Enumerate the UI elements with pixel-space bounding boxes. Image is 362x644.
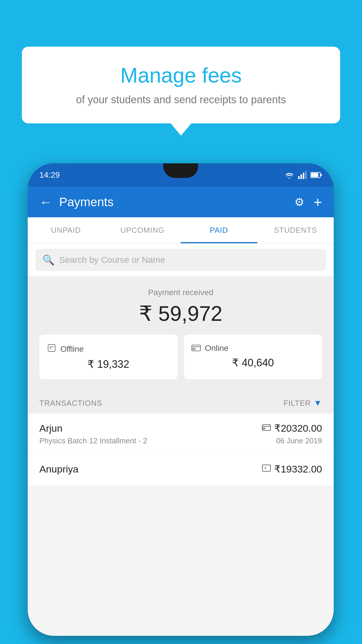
transaction-bottom: Physics Batch 12 Installment - 2 06 June… <box>39 436 322 445</box>
filter-label: FILTER <box>284 399 311 408</box>
back-button[interactable]: ← <box>39 195 52 209</box>
transaction-amount-wrap: ₹ ₹19332.00 <box>262 463 322 475</box>
payment-cards: ₹ Offline ₹ 19,332 <box>39 335 322 379</box>
payment-total-amount: ₹ 59,972 <box>39 301 322 326</box>
notch <box>163 163 198 178</box>
app-header: ← Payments ⚙ + <box>28 187 334 217</box>
offline-amount: ₹ 19,332 <box>47 358 170 370</box>
online-card-label-row: Online <box>191 343 314 353</box>
svg-rect-2 <box>303 173 304 179</box>
transaction-date: 06 June 2019 <box>276 436 322 445</box>
payment-received-label: Payment received <box>39 288 322 297</box>
transaction-top: Anupriya ₹ ₹19332.00 <box>39 463 322 475</box>
transaction-amount: ₹19332.00 <box>274 463 322 475</box>
offline-label: Offline <box>60 344 84 354</box>
speech-bubble: Manage fees of your students and send re… <box>22 47 340 123</box>
credit-card-icon <box>262 424 271 433</box>
online-payment-card: Online ₹ 40,640 <box>184 335 322 379</box>
offline-payment-card: ₹ Offline ₹ 19,332 <box>39 335 178 379</box>
svg-text:₹: ₹ <box>50 347 51 350</box>
search-placeholder: Search by Course or Name <box>59 255 165 265</box>
svg-rect-1 <box>301 174 302 179</box>
search-input-wrapper[interactable]: 🔍 Search by Course or Name <box>35 249 326 271</box>
transaction-amount: ₹20320.00 <box>274 422 322 434</box>
battery-icon <box>310 172 322 178</box>
transaction-row[interactable]: Anupriya ₹ ₹19332.00 <box>28 454 334 486</box>
transaction-description: Physics Batch 12 Installment - 2 <box>39 436 147 445</box>
svg-rect-6 <box>321 174 322 176</box>
online-icon <box>191 343 201 353</box>
payment-summary: Payment received ₹ 59,972 ₹ <box>28 276 334 391</box>
phone-screen: ← Payments ⚙ + UNPAID UPCOMING PAID STUD… <box>28 187 334 636</box>
add-icon[interactable]: + <box>314 194 322 211</box>
transaction-name: Arjun <box>39 423 62 434</box>
phone-frame: 14:29 ← Payments <box>28 163 334 636</box>
search-bar-container: 🔍 Search by Course or Name <box>28 244 334 276</box>
svg-rect-0 <box>298 176 300 179</box>
offline-pay-icon: ₹ <box>262 464 271 474</box>
transaction-row[interactable]: Arjun ₹20320.00 Physics Batch 12 Install… <box>28 414 334 454</box>
svg-rect-7 <box>48 344 55 351</box>
status-time: 14:29 <box>39 170 60 180</box>
tab-upcoming[interactable]: UPCOMING <box>104 217 181 243</box>
online-label: Online <box>205 344 229 353</box>
status-bar: 14:29 <box>28 163 334 187</box>
tabs-bar: UNPAID UPCOMING PAID STUDENTS <box>28 217 334 244</box>
filter-button[interactable]: FILTER ▼ <box>284 398 322 408</box>
transaction-top: Arjun ₹20320.00 <box>39 422 322 434</box>
transactions-label: TRANSACTIONS <box>39 399 102 408</box>
status-icons <box>284 171 322 179</box>
svg-rect-5 <box>311 173 318 177</box>
offline-icon: ₹ <box>47 343 56 355</box>
search-icon: 🔍 <box>42 254 55 266</box>
svg-rect-15 <box>263 428 265 429</box>
bubble-subtitle: of your students and send receipts to pa… <box>39 94 323 106</box>
tab-paid[interactable]: PAID <box>181 217 257 243</box>
svg-rect-12 <box>193 348 195 349</box>
transaction-name: Anupriya <box>39 463 78 475</box>
wifi-icon <box>284 171 295 179</box>
page-title: Payments <box>59 195 294 209</box>
svg-text:₹: ₹ <box>264 466 267 470</box>
transactions-header: TRANSACTIONS FILTER ▼ <box>28 391 334 414</box>
online-amount: ₹ 40,640 <box>191 357 314 369</box>
signal-icon <box>298 171 307 179</box>
settings-icon[interactable]: ⚙ <box>294 196 304 209</box>
offline-card-label-row: ₹ Offline <box>47 343 170 355</box>
header-icons: ⚙ + <box>294 194 322 211</box>
filter-icon: ▼ <box>314 398 322 408</box>
tab-unpaid[interactable]: UNPAID <box>28 217 104 243</box>
transaction-amount-wrap: ₹20320.00 <box>262 422 322 434</box>
tab-students[interactable]: STUDENTS <box>257 217 334 243</box>
bubble-title: Manage fees <box>39 63 323 88</box>
svg-rect-3 <box>305 171 307 179</box>
